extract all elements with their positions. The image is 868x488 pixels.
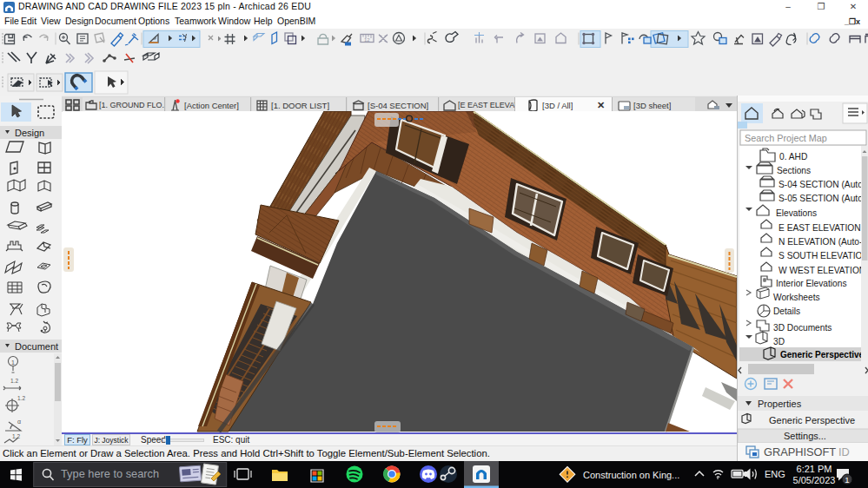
svg-text:Details: Details xyxy=(773,307,800,316)
svg-text:Construction on King...: Construction on King... xyxy=(583,470,679,480)
svg-text:1.2: 1.2 xyxy=(12,433,20,439)
svg-text:Type here to search: Type here to search xyxy=(61,467,159,480)
svg-text:1.2: 1.2 xyxy=(17,395,25,401)
svg-text:Properties: Properties xyxy=(758,399,802,409)
svg-text:Design: Design xyxy=(15,128,44,138)
svg-text:Generic Perspective: Generic Perspective xyxy=(769,415,855,425)
svg-text:α: α xyxy=(17,419,21,425)
svg-text:Interior Elevations: Interior Elevations xyxy=(776,279,847,288)
svg-text:GRAPHISOFT: GRAPHISOFT xyxy=(764,445,836,458)
svg-text:Settings...: Settings... xyxy=(784,431,826,441)
svg-text:Document: Document xyxy=(15,341,58,352)
svg-text:N ELEVATION (Auto-rebu: N ELEVATION (Auto-rebu xyxy=(779,237,868,247)
svg-text:0. AHD: 0. AHD xyxy=(779,152,807,162)
svg-text:Elevations: Elevations xyxy=(776,208,817,218)
svg-text:12: 12 xyxy=(364,37,370,43)
svg-text:1: 1 xyxy=(11,359,15,366)
svg-text:1: 1 xyxy=(845,475,849,485)
svg-text:Search Project Map: Search Project Map xyxy=(745,133,827,143)
svg-text:E EAST ELEVATION (Auto: E EAST ELEVATION (Auto xyxy=(779,223,868,233)
svg-text:3D Documents: 3D Documents xyxy=(773,323,832,333)
svg-text:S-05 SECTION (Auto-reb: S-05 SECTION (Auto-reb xyxy=(779,194,868,203)
svg-text:3D: 3D xyxy=(773,337,785,346)
svg-text:Sections: Sections xyxy=(777,166,811,175)
svg-text:5/05/2023: 5/05/2023 xyxy=(793,475,836,485)
svg-text:1.2: 1.2 xyxy=(10,378,18,384)
svg-text:Generic Perspective: Generic Perspective xyxy=(780,350,865,359)
svg-text:Worksheets: Worksheets xyxy=(773,293,820,302)
svg-text:S-04 SECTION (Auto-reb: S-04 SECTION (Auto-reb xyxy=(779,180,868,189)
svg-text:ID: ID xyxy=(838,445,850,458)
svg-text:6:21 PM: 6:21 PM xyxy=(797,464,832,474)
svg-text:S SOUTH ELEVATION (A: S SOUTH ELEVATION (A xyxy=(779,251,868,260)
svg-text:ENG: ENG xyxy=(765,469,785,479)
svg-text:W WEST ELEVATION (Au: W WEST ELEVATION (Au xyxy=(779,266,868,275)
